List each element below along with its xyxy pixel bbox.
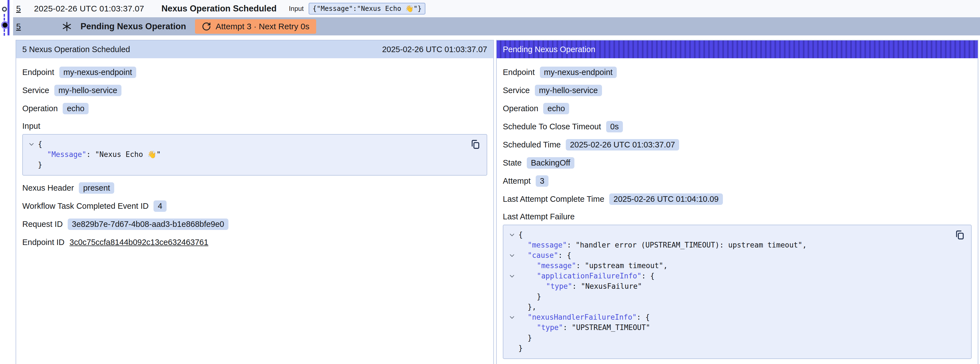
- json-key: "type": [546, 282, 572, 291]
- json-key: "applicationFailureInfo": [537, 272, 641, 280]
- code-line: "message": "upstream timeout",: [508, 260, 951, 271]
- input_json-code-block: {"Message": "Nexus Echo 👋"}: [22, 134, 487, 176]
- field-label: State: [503, 158, 522, 168]
- code-line: "nexusHandlerFailureInfo": {: [508, 312, 951, 322]
- field-row: Request ID3e829b7e-7d67-4b08-aad3-b1e868…: [22, 218, 487, 230]
- field-label: Operation: [503, 104, 538, 113]
- field-row: Attempt3: [503, 175, 972, 187]
- retry-status-badge: Attempt 3 · Next Retry 0s: [195, 19, 316, 34]
- field-value-badge: BackingOff: [527, 157, 574, 169]
- timeline-node-open-icon: [2, 7, 7, 12]
- active-event-indicator-bar: [8, 0, 10, 35]
- event-input-label: Input: [289, 5, 304, 13]
- field-label: Endpoint: [22, 68, 54, 77]
- field-value-badge: 2025-02-26 UTC 01:04:10.09: [609, 193, 722, 205]
- code-line: }: [508, 292, 951, 302]
- chevron-down-icon[interactable]: [508, 250, 519, 260]
- event-id-link[interactable]: 5: [16, 4, 24, 13]
- field-value-badge: my-nexus-endpoint: [59, 67, 137, 78]
- field-label: Attempt: [503, 176, 531, 186]
- timeline-node-current-icon: [3, 22, 8, 27]
- field-label: Service: [503, 86, 530, 95]
- field-label: Last Attempt Complete Time: [503, 195, 604, 204]
- code-line: }: [508, 343, 951, 353]
- code-text: {: [38, 139, 42, 149]
- chevron-down-icon[interactable]: [508, 230, 519, 240]
- json-key: "message": [537, 262, 576, 270]
- field-value-badge: present: [79, 182, 114, 194]
- code-text: "type": "NexusFailure": [519, 281, 642, 292]
- code-text: }: [38, 160, 42, 170]
- field-row: Servicemy-hello-service: [503, 85, 972, 96]
- field-label: Workflow Task Completed Event ID: [22, 201, 148, 211]
- copy-icon[interactable]: [955, 229, 966, 241]
- event-title: Nexus Operation Scheduled: [161, 4, 276, 14]
- field-row: StateBackingOff: [503, 157, 972, 169]
- code-gutter: [28, 149, 38, 160]
- code-text: "nexusHandlerFailureInfo": {: [519, 312, 650, 322]
- field-label: Schedule To Close Timeout: [503, 122, 601, 131]
- field-row: Operationecho: [503, 102, 972, 114]
- field-value-badge: 0s: [606, 121, 623, 133]
- code-gutter: [508, 260, 519, 271]
- event-detail-panel: 5 Nexus Operation Scheduled 2025-02-26 U…: [16, 40, 494, 364]
- pending-title: Pending Nexus Operation: [81, 21, 186, 32]
- event-row-nexus-operation-scheduled[interactable]: 5 2025-02-26 UTC 01:03:37.07 Nexus Opera…: [13, 0, 980, 17]
- pending-nexus-operation-row[interactable]: 5 Pending Nexus Operation Attempt 3 · Ne…: [13, 17, 980, 35]
- field-row: Endpointmy-nexus-endpoint: [503, 66, 972, 78]
- code-line: "applicationFailureInfo": {: [508, 271, 951, 281]
- code-gutter: [508, 302, 519, 312]
- field-row: Schedule To Close Timeout0s: [503, 121, 972, 133]
- event-detail-header-title: 5 Nexus Operation Scheduled: [22, 45, 130, 54]
- code-text: "applicationFailureInfo": {: [519, 271, 655, 281]
- field-value-link[interactable]: 3c0c75ccfa8144b092c13ce632463761: [70, 238, 208, 247]
- retry-icon: [202, 22, 211, 31]
- code-gutter: [508, 292, 519, 302]
- field-label: Request ID: [22, 220, 63, 229]
- pending-event-id-link[interactable]: 5: [16, 22, 24, 31]
- code-text: }: [519, 292, 541, 302]
- code-line: "cause": {: [508, 250, 951, 260]
- failure_json-code-block: {"message": "handler error (UPSTREAM_TIM…: [503, 225, 972, 359]
- field-label: Endpoint ID: [22, 238, 65, 247]
- event-detail-header: 5 Nexus Operation Scheduled 2025-02-26 U…: [16, 40, 493, 58]
- json-key: "cause": [528, 251, 558, 259]
- pending-operation-panel: Pending Nexus Operation Endpointmy-nexus…: [496, 40, 978, 364]
- code-line: "type": "NexusFailure": [508, 281, 951, 292]
- field-value-badge: my-hello-service: [54, 85, 121, 96]
- field-value-badge: 3e829b7e-7d67-4b08-aad3-b1e868bfe9e0: [68, 219, 228, 230]
- chevron-down-icon[interactable]: [508, 271, 519, 281]
- field-row: Endpointmy-nexus-endpoint: [22, 66, 487, 78]
- code-text: }: [519, 333, 532, 343]
- code-line: "message": "handler error (UPSTREAM_TIME…: [508, 240, 951, 250]
- code-text: "cause": {: [519, 250, 571, 260]
- code-text: }: [519, 343, 523, 353]
- field-value-badge: echo: [63, 103, 89, 114]
- copy-icon[interactable]: [470, 139, 481, 151]
- code-line: },: [508, 302, 951, 312]
- code-text: "message": "handler error (UPSTREAM_TIME…: [519, 240, 807, 250]
- event-detail-header-timestamp: 2025-02-26 UTC 01:03:37.07: [382, 45, 487, 54]
- json-key: "message": [528, 241, 567, 249]
- code-text: "message": "upstream timeout",: [519, 260, 668, 271]
- code-text: "Message": "Nexus Echo 👋": [38, 149, 161, 160]
- code-gutter: [28, 160, 38, 170]
- field-row: Last Attempt Complete Time2025-02-26 UTC…: [503, 193, 972, 205]
- field-label: Endpoint: [503, 68, 535, 77]
- code-gutter: [508, 322, 519, 333]
- chevron-down-icon[interactable]: [28, 139, 38, 149]
- field-row: Workflow Task Completed Event ID4: [22, 200, 487, 212]
- field-row: Endpoint ID3c0c75ccfa8144b092c13ce632463…: [22, 236, 487, 248]
- field-label: Input: [22, 121, 487, 131]
- pending-operation-header: Pending Nexus Operation: [497, 40, 978, 58]
- code-text: },: [519, 302, 536, 312]
- field-value-badge: echo: [543, 103, 569, 114]
- pending-operation-header-title: Pending Nexus Operation: [503, 45, 595, 54]
- field-label: Last Attempt Failure: [503, 212, 972, 221]
- field-value-badge: my-nexus-endpoint: [540, 67, 617, 78]
- code-line: }: [508, 333, 951, 343]
- event-input-preview-badge[interactable]: {"Message":"Nexus Echo 👋"}: [309, 3, 425, 14]
- code-gutter: [508, 240, 519, 250]
- code-gutter: [508, 343, 519, 353]
- chevron-down-icon[interactable]: [508, 312, 519, 322]
